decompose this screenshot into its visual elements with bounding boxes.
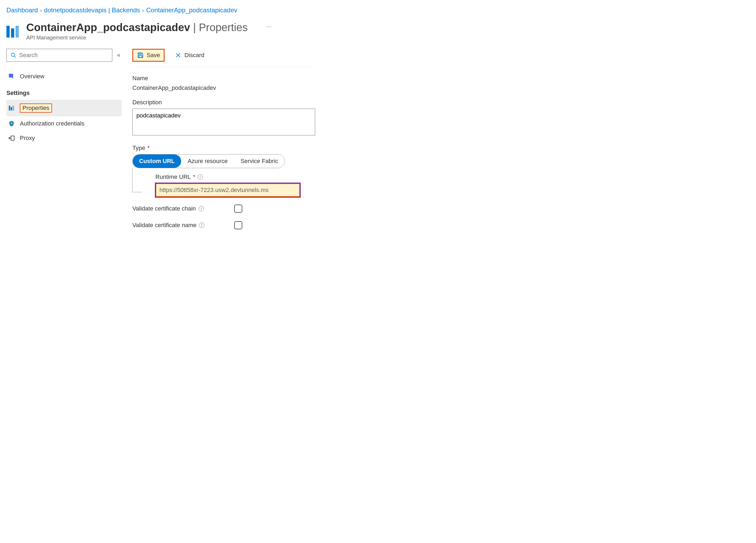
breadcrumb: Dashboard › dotnetpodcastdevapis | Backe… (6, 6, 315, 14)
save-icon (137, 52, 144, 59)
description-input[interactable] (132, 109, 315, 135)
breadcrumb-dashboard[interactable]: Dashboard (6, 6, 38, 14)
validate-name-label: Validate certificate name (132, 222, 196, 229)
validate-name-checkbox[interactable] (234, 221, 242, 229)
type-option-custom-url[interactable]: Custom URL (133, 154, 181, 168)
discard-button[interactable]: Discard (171, 50, 208, 61)
sidebar-item-properties[interactable]: Properties (6, 100, 122, 116)
toolbar: Save Discard (132, 49, 315, 67)
svg-rect-10 (139, 55, 142, 58)
sidebar-item-label: Overview (20, 73, 44, 80)
page-subtitle: API Management service (26, 35, 248, 41)
properties-icon (8, 105, 15, 111)
type-pill-group: Custom URL Azure resource Service Fabric (132, 154, 285, 168)
runtime-url-input[interactable] (157, 184, 299, 196)
svg-rect-3 (9, 106, 10, 110)
type-option-azure-resource[interactable]: Azure resource (181, 154, 234, 168)
description-label: Description (132, 99, 315, 106)
sidebar-search-input[interactable] (19, 52, 108, 59)
sidebar-item-label: Proxy (20, 135, 35, 141)
sidebar-item-proxy[interactable]: Proxy (6, 131, 122, 145)
breadcrumb-backends[interactable]: dotnetpodcastdevapis | Backends (44, 6, 140, 14)
sidebar-item-authorization-credentials[interactable]: Authorization credentials (6, 116, 122, 131)
runtime-url-label: Runtime URL (155, 173, 191, 180)
more-actions-button[interactable]: ··· (264, 21, 274, 32)
validate-chain-checkbox[interactable] (234, 204, 242, 213)
sidebar-item-label: Properties (23, 105, 49, 111)
type-label: Type (132, 144, 145, 151)
search-icon (10, 52, 16, 58)
shield-icon (8, 120, 15, 127)
tree-connector (132, 168, 142, 192)
name-label: Name (132, 75, 315, 82)
proxy-icon (8, 135, 15, 141)
breadcrumb-current[interactable]: ContainerApp_podcastapicadev (146, 6, 237, 14)
svg-point-0 (11, 53, 15, 57)
type-option-service-fabric[interactable]: Service Fabric (234, 154, 285, 168)
svg-rect-8 (11, 136, 14, 140)
svg-rect-2 (9, 74, 13, 77)
save-button[interactable]: Save (132, 49, 165, 62)
collapse-sidebar-button[interactable]: « (117, 52, 120, 59)
svg-rect-4 (11, 107, 12, 110)
chevron-right-icon: › (142, 7, 144, 13)
page-header: ContainerApp_podcastapicadev | Propertie… (6, 21, 315, 41)
main-content: Save Discard Name ContainerApp_podcastap… (132, 49, 315, 238)
svg-rect-5 (13, 106, 14, 110)
validate-chain-label: Validate certificate chain (132, 205, 196, 212)
sidebar-item-label: Authorization credentials (20, 120, 84, 127)
required-mark: * (147, 144, 150, 151)
page-title: ContainerApp_podcastapicadev | Propertie… (26, 21, 248, 33)
discard-button-label: Discard (184, 52, 204, 59)
svg-line-1 (14, 56, 16, 58)
sidebar: « Overview Settings Properties (6, 49, 122, 238)
chevron-right-icon: › (40, 7, 42, 13)
sidebar-search[interactable] (6, 49, 112, 62)
required-mark: * (193, 173, 195, 180)
info-icon[interactable]: i (199, 206, 204, 211)
sidebar-item-overview[interactable]: Overview (6, 69, 122, 84)
apim-service-icon (6, 23, 21, 38)
info-icon[interactable]: i (199, 222, 204, 228)
save-button-label: Save (147, 52, 160, 59)
name-value: ContainerApp_podcastapicadev (132, 84, 315, 91)
svg-rect-9 (139, 53, 141, 54)
sidebar-heading-settings: Settings (6, 84, 122, 100)
close-icon (175, 52, 182, 59)
overview-icon (8, 73, 15, 80)
info-icon[interactable]: i (198, 174, 203, 180)
